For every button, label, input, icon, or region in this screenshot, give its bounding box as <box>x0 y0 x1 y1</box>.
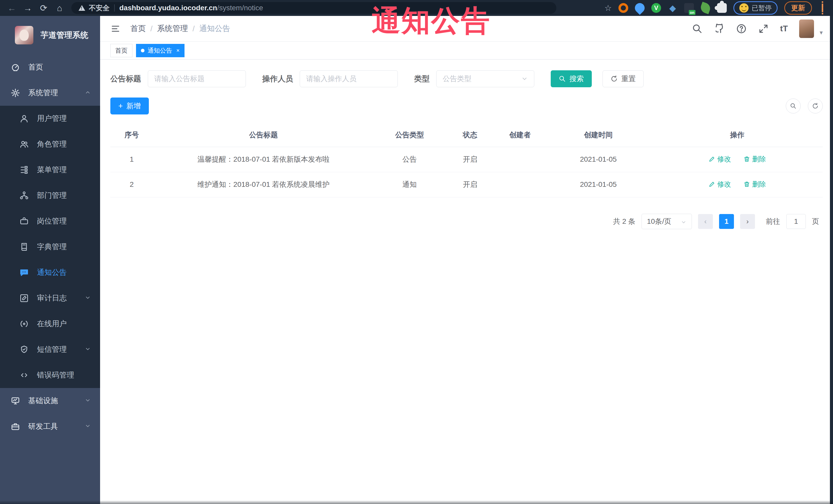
main-area: 首页 / 系统管理 / 通知公告 tT ▾ 首页 通知公告 <box>100 16 833 504</box>
paused-label: 已暂停 <box>752 4 772 13</box>
close-icon[interactable]: × <box>176 47 180 54</box>
search-icon[interactable] <box>692 23 703 34</box>
github-icon[interactable] <box>714 23 725 34</box>
sidebar-item-label: 首页 <box>28 62 43 72</box>
cell-no: 2 <box>110 172 153 197</box>
toolbox-icon <box>11 422 20 431</box>
refresh-table-button[interactable] <box>808 99 823 114</box>
dark-extension-icon[interactable]: on <box>684 3 694 13</box>
extensions-puzzle-icon[interactable] <box>717 3 727 13</box>
search-button[interactable]: 搜索 <box>551 70 592 87</box>
browser-home-icon[interactable]: ⌂ <box>54 3 65 13</box>
tab-notice[interactable]: 通知公告 × <box>136 44 185 57</box>
search-icon <box>790 103 796 109</box>
not-secure-label[interactable]: 不安全 <box>89 3 110 13</box>
profile-paused-chip[interactable]: 已暂停 <box>733 1 778 15</box>
browser-menu-kebab-icon[interactable]: ⋮⋮⋮ <box>818 3 826 13</box>
sidebar-item-home[interactable]: 首页 <box>0 54 100 80</box>
reset-button[interactable]: 重置 <box>602 70 644 87</box>
orange-extension-icon[interactable] <box>618 3 628 13</box>
diamond-extension-icon[interactable]: ◆ <box>668 3 677 13</box>
operator-label: 操作人员 <box>262 74 293 84</box>
type-label: 类型 <box>414 74 430 84</box>
avatar[interactable] <box>799 20 814 38</box>
address-bar[interactable]: 不安全 dashboard.yudao.iocoder.cn/system/no… <box>71 2 556 14</box>
font-size-icon[interactable]: tT <box>780 24 788 33</box>
browser-forward-icon[interactable]: → <box>23 3 33 13</box>
sidebar-item-label: 部门管理 <box>37 190 67 201</box>
goto-page-input[interactable] <box>786 214 806 229</box>
tab-home[interactable]: 首页 <box>110 44 133 57</box>
leaf-extension-icon[interactable] <box>699 2 712 15</box>
code-icon <box>20 370 29 380</box>
notice-title-input[interactable] <box>148 70 246 87</box>
col-title: 公告标题 <box>153 123 374 147</box>
sidebar-item-system-mgmt[interactable]: 系统管理 <box>0 80 100 106</box>
sidebar-item-sms-mgmt[interactable]: 短信管理 <box>0 337 100 362</box>
chevron-down-icon <box>681 219 687 224</box>
table-toolbar: + 新增 <box>110 87 823 115</box>
pin-extension-icon[interactable] <box>633 1 647 15</box>
add-button[interactable]: + 新增 <box>110 97 149 115</box>
window-bottom-edge <box>0 500 833 504</box>
col-creator: 创建者 <box>495 123 545 147</box>
online-signal-icon <box>20 319 29 329</box>
notice-type-select[interactable]: 公告类型 <box>436 70 534 87</box>
cell-creator <box>495 147 545 172</box>
sidebar-item-infrastructure[interactable]: 基础设施 <box>0 388 100 414</box>
browser-reload-icon[interactable]: ⟳ <box>39 3 49 13</box>
caret-down-icon: ▾ <box>820 29 823 36</box>
green-v-extension-icon[interactable]: V <box>651 3 661 13</box>
table-row: 2 维护通知：2018-07-01 若依系统凌晨维护 通知 开启 2021-01… <box>110 172 823 197</box>
chevron-down-icon <box>85 345 91 354</box>
next-arrow-icon: › <box>746 217 748 225</box>
sidebar-item-dict-mgmt[interactable]: 字典管理 <box>0 234 100 260</box>
app-logo[interactable]: 芋道管理系统 <box>0 16 100 54</box>
browser-extensions-area: ☆ V ◆ on 已暂停 更新 ⋮⋮⋮ <box>604 1 826 15</box>
delete-link[interactable]: 删除 <box>743 154 766 164</box>
sidebar-item-audit-log[interactable]: 审计日志 <box>0 285 100 311</box>
sidebar-item-user-mgmt[interactable]: 用户管理 <box>0 106 100 131</box>
next-page-button[interactable]: › <box>740 214 755 229</box>
hamburger-icon[interactable] <box>110 24 121 33</box>
cell-actions: 修改 删除 <box>652 172 823 197</box>
sidebar-item-notice[interactable]: 通知公告 <box>0 260 100 285</box>
current-page[interactable]: 1 <box>719 214 734 229</box>
goto-label: 前往 <box>766 217 780 226</box>
url-host: dashboard.yudao.iocoder.cn <box>119 4 217 12</box>
sidebar-item-label: 通知公告 <box>37 267 67 278</box>
col-actions: 操作 <box>652 123 823 147</box>
sidebar-item-menu-mgmt[interactable]: 菜单管理 <box>0 157 100 183</box>
tab-label: 通知公告 <box>147 46 172 55</box>
cell-title: 温馨提醒：2018-07-01 若依新版本发布啦 <box>153 147 374 172</box>
operator-input[interactable] <box>300 70 398 87</box>
prev-page-button[interactable]: ‹ <box>698 214 713 229</box>
breadcrumb: 首页 / 系统管理 / 通知公告 <box>130 23 230 34</box>
dashboard-icon <box>11 63 20 72</box>
browser-update-button[interactable]: 更新 <box>784 1 812 15</box>
sidebar-item-role-mgmt[interactable]: 角色管理 <box>0 131 100 157</box>
page-size-select[interactable]: 10条/页 <box>642 214 692 229</box>
toggle-search-button[interactable] <box>786 99 801 114</box>
sidebar-item-dept-mgmt[interactable]: 部门管理 <box>0 183 100 208</box>
sidebar-item-label: 研发工具 <box>28 422 58 432</box>
breadcrumb-system[interactable]: 系统管理 <box>157 23 188 34</box>
help-circle-icon[interactable] <box>736 23 747 34</box>
sidebar-item-post-mgmt[interactable]: 岗位管理 <box>0 208 100 234</box>
total-count: 共 2 条 <box>613 217 636 226</box>
browser-back-icon[interactable]: ← <box>7 3 17 13</box>
fullscreen-icon[interactable] <box>758 23 769 34</box>
edit-link[interactable]: 修改 <box>709 179 731 189</box>
delete-link[interactable]: 删除 <box>743 179 766 189</box>
tree-list-icon <box>20 165 29 174</box>
cell-status: 开启 <box>445 172 495 197</box>
edit-link[interactable]: 修改 <box>709 154 731 164</box>
sidebar-item-errcode-mgmt[interactable]: 错误码管理 <box>0 362 100 388</box>
org-chart-icon <box>20 191 29 200</box>
add-button-label: 新增 <box>126 101 141 111</box>
sidebar-item-devtools[interactable]: 研发工具 <box>0 414 100 439</box>
bookmark-star-icon[interactable]: ☆ <box>604 3 612 13</box>
browser-toolbar: ← → ⟳ ⌂ 不安全 dashboard.yudao.iocoder.cn/s… <box>0 0 833 16</box>
sidebar-item-online-users[interactable]: 在线用户 <box>0 311 100 337</box>
breadcrumb-home[interactable]: 首页 <box>130 23 146 34</box>
